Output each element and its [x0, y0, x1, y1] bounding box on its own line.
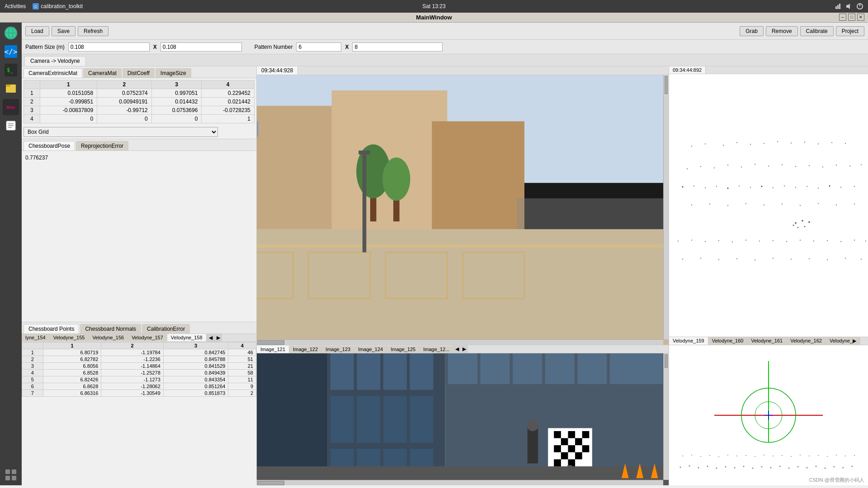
sidebar-item-browser[interactable] [3, 25, 19, 41]
velo-tab-154[interactable]: lyne_154 [22, 334, 50, 341]
remove-button[interactable]: Remove [766, 26, 798, 36]
svg-point-63 [714, 168, 715, 169]
svg-point-74 [861, 164, 862, 165]
lidar-timestamp-tab[interactable]: 09:34:44:892 [669, 66, 706, 74]
scroll-thumb-v[interactable] [665, 76, 668, 94]
volume-icon [845, 3, 853, 10]
vertical-scrollbar[interactable] [663, 75, 669, 339]
sub-tab-image-size[interactable]: ImageSize [156, 68, 191, 78]
svg-point-53 [750, 144, 751, 145]
project-button[interactable]: Project [836, 26, 864, 36]
sidebar-item-files[interactable] [3, 80, 19, 97]
svg-point-50 [705, 144, 706, 145]
sidebar-item-terminal[interactable]: $_ [3, 62, 19, 78]
svg-rect-161 [582, 431, 590, 438]
svg-rect-154 [610, 353, 663, 384]
window-controls: ─ □ ✕ [839, 14, 864, 21]
pattern-number-input1[interactable] [296, 42, 341, 52]
svg-point-192 [773, 455, 774, 456]
svg-point-52 [736, 142, 737, 143]
load-button[interactable]: Load [25, 26, 49, 36]
img-tab-prev[interactable]: ◀ [453, 345, 461, 353]
svg-point-200 [845, 455, 846, 456]
vertical-scrollbar-bottom[interactable] [663, 353, 669, 480]
activities-label[interactable]: Activities [5, 3, 26, 9]
tab-calibration-error[interactable]: CalibrationError [142, 324, 190, 333]
refresh-button[interactable]: Refresh [78, 26, 108, 36]
camera-timestamp-tab[interactable]: 09:34:44:928 [257, 66, 298, 75]
scroll-thumb-bottom-h[interactable] [257, 481, 284, 485]
img-tab-next[interactable]: ▶ [461, 345, 468, 353]
svg-point-212 [770, 467, 772, 469]
svg-rect-29 [432, 121, 524, 244]
velo-right-160[interactable]: Velodyne_160 [708, 337, 748, 345]
tab-chessboard-pose[interactable]: ChessboardPose [24, 141, 75, 150]
grab-button[interactable]: Grab [740, 26, 764, 36]
bottom-col-3: 3 [163, 342, 228, 349]
velo-right-162[interactable]: Velodyne_162 [787, 337, 826, 345]
save-button[interactable]: Save [52, 26, 75, 36]
svg-point-115 [786, 241, 787, 242]
minimize-button[interactable]: ─ [839, 14, 846, 21]
box-grid-select[interactable]: Box Grid [24, 127, 218, 137]
img-tab-121[interactable]: Image_121 [257, 346, 289, 353]
velo-tab-next[interactable]: ▶ [214, 334, 222, 342]
velo-tab-155[interactable]: Velodyne_155 [50, 334, 89, 341]
sidebar-item-notes[interactable] [3, 117, 19, 134]
velo-right-161[interactable]: Velodyne_161 [747, 337, 787, 345]
scroll-thumb-bottom-v[interactable] [665, 354, 668, 368]
svg-rect-139 [410, 353, 433, 390]
svg-point-205 [707, 466, 708, 467]
svg-rect-162 [561, 438, 568, 446]
x-separator-2: X [345, 44, 349, 50]
img-tab-122[interactable]: Image_122 [289, 346, 322, 353]
svg-point-64 [727, 165, 728, 166]
svg-point-90 [854, 186, 855, 187]
velo-tab-158[interactable]: Velodyne_158 [167, 334, 207, 341]
velo-tab-prev[interactable]: ◀ [207, 334, 214, 342]
svg-point-191 [764, 455, 764, 455]
svg-point-51 [723, 145, 724, 146]
pattern-size-input1[interactable] [68, 42, 150, 52]
sub-tab-camera-extrinsic[interactable]: CameraExtrinsicMat [24, 68, 82, 78]
svg-point-188 [736, 455, 737, 456]
close-button[interactable]: ✕ [857, 14, 864, 21]
svg-point-157 [527, 419, 538, 431]
img-tab-125[interactable]: Image_125 [387, 346, 420, 353]
horizontal-scrollbar-bottom[interactable] [257, 480, 663, 485]
svg-point-112 [745, 240, 746, 241]
img-tab-124[interactable]: Image_124 [354, 346, 387, 353]
svg-rect-136 [330, 353, 354, 390]
img-tab-126-more[interactable]: Image_12... [420, 346, 453, 353]
velo-tab-157[interactable]: Velodyne_157 [128, 334, 167, 341]
img-tab-123[interactable]: Image_123 [322, 346, 354, 353]
sidebar-item-vscode[interactable]: </> [3, 43, 19, 60]
left-panel: CameraExtrinsicMat CameraMat DistCoeff I… [22, 66, 257, 485]
scroll-thumb-h[interactable] [257, 340, 284, 345]
system-top-bar: Activities C calibration_toolkit Sat 13:… [0, 0, 868, 13]
sidebar-item-rviz[interactable]: RViz [3, 99, 19, 115]
sub-tab-dist-coeff[interactable]: DistCoeff [123, 68, 155, 78]
tab-chessboard-normals[interactable]: Chessboard Normals [80, 324, 141, 333]
tab-chessboard-points[interactable]: Chessboard Points [24, 324, 79, 333]
horizontal-scrollbar[interactable] [257, 339, 663, 345]
sub-tab-camera-mat[interactable]: CameraMat [83, 68, 122, 78]
sidebar-item-grid[interactable] [3, 467, 19, 483]
velo-right-159[interactable]: Velodyne_159 [669, 337, 708, 345]
velo-right-more[interactable]: Velodyne_▶ [826, 337, 860, 345]
svg-point-194 [791, 456, 792, 457]
tab-reprojection-error[interactable]: ReprojectionError [76, 141, 128, 150]
main-area: </> $_ RViz Load Save Refresh Grab Remov… [0, 23, 868, 485]
bottom-col-2: 2 [101, 342, 164, 349]
svg-rect-25 [12, 476, 16, 480]
svg-rect-141 [357, 396, 380, 443]
svg-point-193 [782, 455, 783, 456]
calibrate-button[interactable]: Calibrate [800, 26, 834, 36]
maximize-button[interactable]: □ [848, 14, 855, 21]
svg-point-57 [804, 142, 805, 143]
tab-camera-velodyne[interactable]: Camera -> Velodyne [24, 56, 86, 66]
svg-point-182 [682, 455, 683, 456]
pattern-number-input2[interactable] [352, 42, 443, 52]
pattern-size-input2[interactable] [160, 42, 242, 52]
velo-tab-156[interactable]: Velodyne_156 [89, 334, 128, 341]
